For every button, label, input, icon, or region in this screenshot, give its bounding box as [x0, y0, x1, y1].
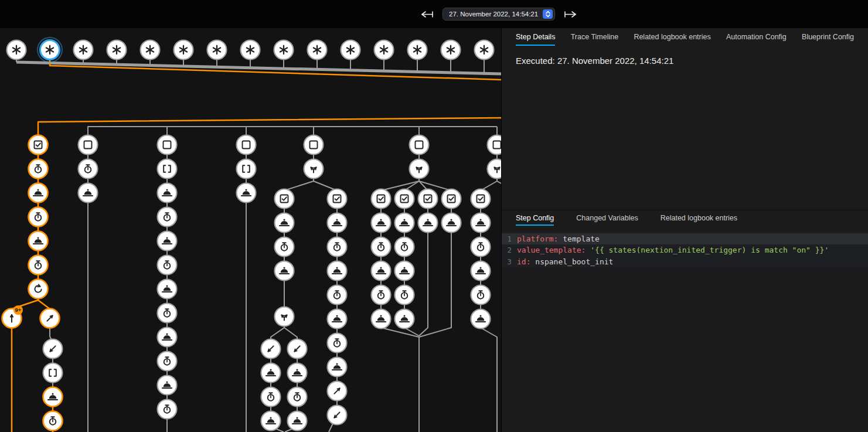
trace-node-service[interactable]	[328, 309, 347, 329]
trace-node-service[interactable]	[79, 183, 98, 203]
trace-node-choose[interactable]	[275, 307, 294, 326]
previous-run-button[interactable]	[420, 10, 435, 19]
trace-node-brackets[interactable]	[237, 159, 256, 179]
trace-node-service[interactable]	[158, 280, 177, 299]
trace-node-asterisk[interactable]	[141, 40, 160, 60]
trace-node-checkbox-blank[interactable]	[79, 135, 98, 155]
trace-node-asterisk[interactable]	[274, 40, 294, 60]
trace-node-choose[interactable]	[410, 159, 429, 179]
trace-node-timer[interactable]	[29, 208, 48, 227]
trace-node-asterisk[interactable]	[341, 40, 360, 60]
trace-node-asterisk[interactable]	[38, 38, 62, 62]
tab-blueprint-config[interactable]: Blueprint Config	[802, 28, 854, 46]
trace-node-service[interactable]	[237, 183, 256, 203]
trace-node-service[interactable]	[328, 358, 347, 377]
trace-node-service[interactable]	[275, 213, 294, 233]
trace-node-checkbox[interactable]	[275, 189, 294, 209]
trace-node-service[interactable]	[471, 309, 491, 329]
trace-node-service[interactable]	[418, 213, 438, 233]
trace-node-service[interactable]	[158, 232, 177, 251]
trace-node-checkbox-blank[interactable]	[488, 135, 502, 155]
trace-node-asterisk[interactable]	[308, 40, 327, 60]
trace-node-arrow-bottom-left[interactable]	[261, 339, 281, 359]
tab-step-details[interactable]: Step Details	[516, 28, 555, 46]
trace-node-checkbox-blank[interactable]	[158, 135, 177, 155]
trace-node-arrow-bottom-left[interactable]	[328, 406, 347, 425]
trace-node-checkbox[interactable]	[328, 189, 347, 209]
trace-node-timer[interactable]	[261, 387, 281, 407]
trace-node-service[interactable]	[43, 387, 63, 407]
trace-node-brackets[interactable]	[43, 363, 63, 383]
trace-node-timer[interactable]	[328, 285, 347, 305]
trace-node-service[interactable]	[29, 183, 48, 203]
trace-node-asterisk[interactable]	[174, 40, 193, 60]
trace-node-arrow-up[interactable]: 9+	[2, 305, 23, 328]
trace-node-checkbox[interactable]	[418, 189, 438, 209]
trace-node-service[interactable]	[158, 376, 177, 395]
trace-node-service[interactable]	[372, 309, 391, 329]
trace-node-asterisk[interactable]	[241, 40, 260, 60]
trace-node-service[interactable]	[395, 309, 414, 329]
trace-node-arrow-bottom-left[interactable]	[288, 339, 307, 359]
trace-node-checkbox[interactable]	[372, 189, 391, 209]
tab-related-logbook-entries[interactable]: Related logbook entries	[634, 28, 710, 46]
trace-node-asterisk[interactable]	[7, 40, 26, 60]
trace-node-timer[interactable]	[29, 159, 48, 179]
tab-automation-config[interactable]: Automation Config	[726, 28, 787, 46]
trace-node-service[interactable]	[275, 261, 294, 281]
trace-node-asterisk[interactable]	[475, 40, 494, 60]
run-datetime-select[interactable]: 27. November 2022, 14:54:21	[442, 8, 555, 21]
trace-node-service[interactable]	[372, 213, 391, 233]
trace-node-asterisk[interactable]	[207, 40, 227, 60]
trace-node-service[interactable]	[328, 213, 347, 233]
trace-node-timer[interactable]	[328, 237, 347, 257]
trace-node-timer[interactable]	[158, 304, 177, 323]
trace-node-service[interactable]	[395, 213, 414, 233]
trace-node-timer[interactable]	[275, 237, 294, 257]
trace-node-asterisk[interactable]	[441, 40, 461, 60]
trace-node-timer[interactable]	[328, 334, 347, 353]
trace-node-service[interactable]	[261, 411, 281, 431]
trace-node-brackets[interactable]	[158, 159, 177, 179]
trace-node-timer[interactable]	[158, 400, 177, 419]
trace-node-timer[interactable]	[372, 285, 391, 305]
trace-node-service[interactable]	[158, 328, 177, 347]
trace-node-service[interactable]	[261, 363, 281, 383]
tab-related-logbook-entries[interactable]: Related logbook entries	[661, 210, 737, 226]
trace-node-asterisk[interactable]	[408, 40, 427, 60]
trace-node-timer[interactable]	[158, 256, 177, 275]
trace-node-checkbox[interactable]	[471, 189, 491, 209]
trace-node-checkbox-blank[interactable]	[304, 135, 324, 155]
trace-node-timer[interactable]	[79, 159, 98, 179]
trace-node-timer[interactable]	[471, 285, 491, 305]
trace-node-arrow-bottom-left[interactable]	[43, 339, 63, 359]
trace-node-repeat[interactable]	[29, 280, 48, 299]
trace-node-asterisk[interactable]	[375, 40, 394, 60]
trace-node-service[interactable]	[288, 411, 307, 431]
trace-node-service[interactable]	[158, 183, 177, 203]
trace-node-timer[interactable]	[471, 237, 491, 257]
trace-node-timer[interactable]	[158, 208, 177, 227]
trace-node-arrow-up-right[interactable]	[328, 382, 347, 401]
trace-node-timer[interactable]	[372, 237, 391, 257]
next-run-button[interactable]	[563, 10, 578, 19]
trace-node-arrow-up-right[interactable]	[40, 309, 60, 328]
trace-node-checkbox[interactable]	[29, 135, 48, 155]
trace-node-checkbox-blank[interactable]	[237, 135, 256, 155]
trace-node-choose[interactable]	[304, 159, 324, 179]
trace-node-timer[interactable]	[395, 285, 414, 305]
trace-node-checkbox[interactable]	[395, 189, 414, 209]
trace-node-service[interactable]	[372, 261, 391, 281]
trace-node-choose[interactable]	[488, 159, 502, 179]
tab-trace-timeline[interactable]: Trace Timeline	[571, 28, 619, 46]
trace-node-service[interactable]	[471, 213, 491, 233]
tab-changed-variables[interactable]: Changed Variables	[576, 210, 638, 226]
trace-node-timer[interactable]	[288, 387, 307, 407]
trace-node-checkbox-blank[interactable]	[410, 135, 429, 155]
trace-node-timer[interactable]	[29, 256, 48, 275]
trace-node-service[interactable]	[442, 213, 461, 233]
trace-node-service[interactable]	[471, 261, 491, 281]
trace-node-timer[interactable]	[43, 411, 63, 431]
trace-node-asterisk[interactable]	[107, 40, 127, 60]
trace-node-service[interactable]	[395, 261, 414, 281]
